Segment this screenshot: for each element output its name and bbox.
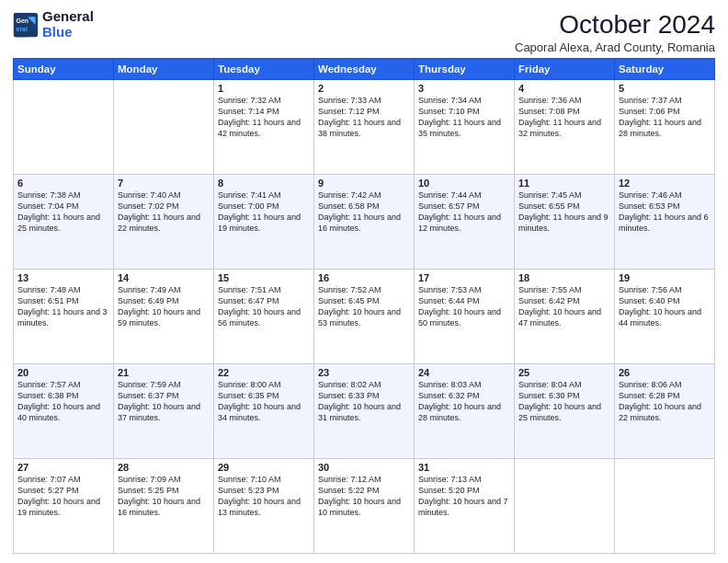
day-details: Sunrise: 7:09 AM Sunset: 5:25 PM Dayligh… [118,474,210,519]
day-cell: 25Sunrise: 8:04 AM Sunset: 6:30 PM Dayli… [515,363,615,458]
day-number: 29 [218,462,310,473]
header: Gen eral General Blue October 2024 Capor… [13,9,715,54]
weekday-sunday: Sunday [14,58,114,79]
week-row-2: 6Sunrise: 7:38 AM Sunset: 7:04 PM Daylig… [14,174,715,269]
day-details: Sunrise: 7:34 AM Sunset: 7:10 PM Dayligh… [418,95,510,140]
day-cell: 6Sunrise: 7:38 AM Sunset: 7:04 PM Daylig… [14,174,114,269]
day-details: Sunrise: 8:03 AM Sunset: 6:32 PM Dayligh… [418,379,510,424]
day-cell: 28Sunrise: 7:09 AM Sunset: 5:25 PM Dayli… [114,458,214,553]
day-details: Sunrise: 8:00 AM Sunset: 6:35 PM Dayligh… [218,379,310,424]
day-cell: 18Sunrise: 7:55 AM Sunset: 6:42 PM Dayli… [515,269,615,363]
weekday-monday: Monday [114,58,214,79]
day-number: 13 [17,272,109,283]
day-cell: 16Sunrise: 7:52 AM Sunset: 6:45 PM Dayli… [314,269,415,363]
day-details: Sunrise: 7:56 AM Sunset: 6:40 PM Dayligh… [619,284,711,329]
day-details: Sunrise: 7:32 AM Sunset: 7:14 PM Dayligh… [218,95,310,140]
day-details: Sunrise: 7:46 AM Sunset: 6:53 PM Dayligh… [619,190,711,235]
day-details: Sunrise: 7:55 AM Sunset: 6:42 PM Dayligh… [518,284,610,329]
day-cell: 19Sunrise: 7:56 AM Sunset: 6:40 PM Dayli… [615,269,715,363]
day-cell: 1Sunrise: 7:32 AM Sunset: 7:14 PM Daylig… [214,79,314,174]
day-cell: 27Sunrise: 7:07 AM Sunset: 5:27 PM Dayli… [14,458,114,553]
day-number: 18 [518,272,610,283]
week-row-1: 1Sunrise: 7:32 AM Sunset: 7:14 PM Daylig… [14,79,715,174]
day-number: 9 [318,178,410,189]
day-number: 12 [619,178,711,189]
week-row-4: 20Sunrise: 7:57 AM Sunset: 6:38 PM Dayli… [14,363,715,458]
day-number: 28 [118,462,210,473]
weekday-saturday: Saturday [615,58,715,79]
weekday-tuesday: Tuesday [214,58,314,79]
day-cell: 29Sunrise: 7:10 AM Sunset: 5:23 PM Dayli… [214,458,314,553]
day-cell: 12Sunrise: 7:46 AM Sunset: 6:53 PM Dayli… [615,174,715,269]
day-number: 5 [619,83,711,94]
day-cell: 2Sunrise: 7:33 AM Sunset: 7:12 PM Daylig… [314,79,415,174]
day-number: 22 [218,367,310,378]
day-number: 20 [17,367,109,378]
day-number: 24 [418,367,510,378]
day-details: Sunrise: 7:07 AM Sunset: 5:27 PM Dayligh… [17,474,109,519]
day-number: 26 [619,367,711,378]
weekday-friday: Friday [515,58,615,79]
day-details: Sunrise: 8:02 AM Sunset: 6:33 PM Dayligh… [318,379,410,424]
title-block: October 2024 Caporal Alexa, Arad County,… [515,9,715,54]
day-details: Sunrise: 7:33 AM Sunset: 7:12 PM Dayligh… [318,95,410,140]
day-cell: 9Sunrise: 7:42 AM Sunset: 6:58 PM Daylig… [314,174,415,269]
day-cell: 7Sunrise: 7:40 AM Sunset: 7:02 PM Daylig… [114,174,214,269]
logo-icon: Gen eral [13,12,39,38]
day-cell: 22Sunrise: 8:00 AM Sunset: 6:35 PM Dayli… [214,363,314,458]
day-details: Sunrise: 7:51 AM Sunset: 6:47 PM Dayligh… [218,284,310,329]
day-cell [615,458,715,553]
day-number: 4 [518,83,610,94]
day-cell: 23Sunrise: 8:02 AM Sunset: 6:33 PM Dayli… [314,363,415,458]
weekday-thursday: Thursday [415,58,515,79]
page: Gen eral General Blue October 2024 Capor… [0,0,728,563]
day-cell: 11Sunrise: 7:45 AM Sunset: 6:55 PM Dayli… [515,174,615,269]
day-details: Sunrise: 7:36 AM Sunset: 7:08 PM Dayligh… [518,95,610,140]
day-number: 17 [418,272,510,283]
day-details: Sunrise: 7:52 AM Sunset: 6:45 PM Dayligh… [318,284,410,329]
weekday-wednesday: Wednesday [314,58,415,79]
day-number: 3 [418,83,510,94]
day-number: 19 [619,272,711,283]
day-cell: 20Sunrise: 7:57 AM Sunset: 6:38 PM Dayli… [14,363,114,458]
calendar-table: SundayMondayTuesdayWednesdayThursdayFrid… [13,58,715,554]
day-cell: 26Sunrise: 8:06 AM Sunset: 6:28 PM Dayli… [615,363,715,458]
day-details: Sunrise: 7:37 AM Sunset: 7:06 PM Dayligh… [619,95,711,140]
day-details: Sunrise: 8:06 AM Sunset: 6:28 PM Dayligh… [619,379,711,424]
day-cell [114,79,214,174]
day-number: 23 [318,367,410,378]
day-number: 6 [17,178,109,189]
day-details: Sunrise: 7:10 AM Sunset: 5:23 PM Dayligh… [218,474,310,519]
day-details: Sunrise: 7:48 AM Sunset: 6:51 PM Dayligh… [17,284,109,329]
day-cell: 3Sunrise: 7:34 AM Sunset: 7:10 PM Daylig… [415,79,515,174]
week-row-3: 13Sunrise: 7:48 AM Sunset: 6:51 PM Dayli… [14,269,715,363]
day-details: Sunrise: 7:13 AM Sunset: 5:20 PM Dayligh… [418,474,510,519]
day-cell: 24Sunrise: 8:03 AM Sunset: 6:32 PM Dayli… [415,363,515,458]
day-details: Sunrise: 7:57 AM Sunset: 6:38 PM Dayligh… [17,379,109,424]
day-details: Sunrise: 7:42 AM Sunset: 6:58 PM Dayligh… [318,190,410,235]
day-cell: 31Sunrise: 7:13 AM Sunset: 5:20 PM Dayli… [415,458,515,553]
day-details: Sunrise: 7:44 AM Sunset: 6:57 PM Dayligh… [418,190,510,235]
day-number: 8 [218,178,310,189]
day-number: 15 [218,272,310,283]
subtitle: Caporal Alexa, Arad County, Romania [515,40,715,54]
day-number: 11 [518,178,610,189]
day-cell [14,79,114,174]
day-cell: 5Sunrise: 7:37 AM Sunset: 7:06 PM Daylig… [615,79,715,174]
day-number: 27 [17,462,109,473]
main-title: October 2024 [515,9,715,40]
day-cell: 14Sunrise: 7:49 AM Sunset: 6:49 PM Dayli… [114,269,214,363]
day-details: Sunrise: 7:38 AM Sunset: 7:04 PM Dayligh… [17,190,109,235]
day-details: Sunrise: 7:45 AM Sunset: 6:55 PM Dayligh… [518,190,610,235]
weekday-header-row: SundayMondayTuesdayWednesdayThursdayFrid… [14,58,715,79]
week-row-5: 27Sunrise: 7:07 AM Sunset: 5:27 PM Dayli… [14,458,715,553]
day-cell: 10Sunrise: 7:44 AM Sunset: 6:57 PM Dayli… [415,174,515,269]
day-number: 10 [418,178,510,189]
day-cell [515,458,615,553]
day-number: 31 [418,462,510,473]
day-number: 16 [318,272,410,283]
day-details: Sunrise: 7:41 AM Sunset: 7:00 PM Dayligh… [218,190,310,235]
day-details: Sunrise: 7:49 AM Sunset: 6:49 PM Dayligh… [118,284,210,329]
day-details: Sunrise: 7:12 AM Sunset: 5:22 PM Dayligh… [318,474,410,519]
day-number: 21 [118,367,210,378]
